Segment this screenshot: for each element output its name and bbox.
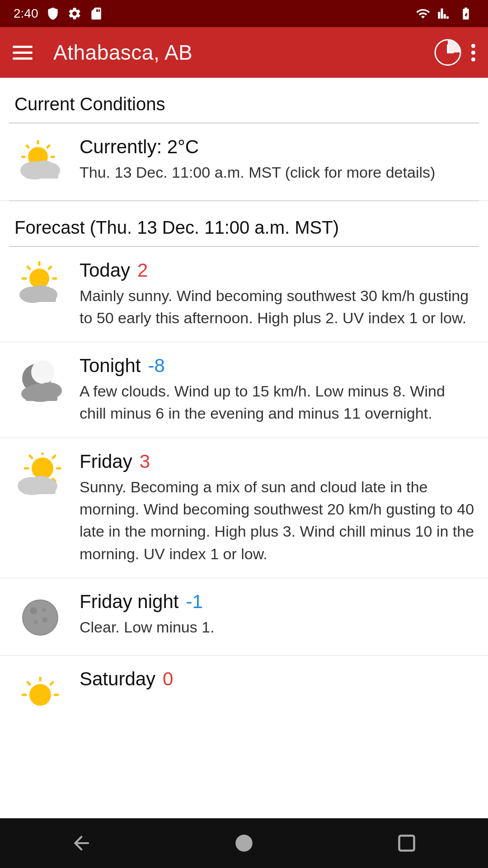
saturday-weather-icon <box>13 677 67 713</box>
current-conditions-text: Currently: 2°C Thu. 13 Dec. 11:00 a.m. M… <box>80 136 475 184</box>
friday-night-temp: -1 <box>186 591 202 613</box>
svg-line-57 <box>51 682 53 684</box>
forecast-friday-night[interactable]: Friday night -1 Clear. Low minus 1. <box>0 578 488 656</box>
sdcard-icon <box>89 6 103 21</box>
today-icon-wrap <box>11 261 70 311</box>
svg-line-38 <box>30 456 32 458</box>
status-right <box>415 6 474 21</box>
friday-text: Friday 3 Sunny. Becoming a mix of sun an… <box>80 451 475 565</box>
more-options-button[interactable] <box>471 44 475 61</box>
current-conditions-item[interactable]: Currently: 2°C Thu. 13 Dec. 11:00 a.m. M… <box>0 123 488 201</box>
svg-point-51 <box>42 608 46 612</box>
tonight-weather-icon <box>13 357 67 406</box>
wifi-icon <box>415 6 431 21</box>
friday-night-period: Friday night -1 <box>80 591 475 613</box>
bottom-navigation <box>0 818 488 868</box>
saturday-icon-wrap <box>11 670 70 720</box>
svg-rect-59 <box>399 836 414 851</box>
status-bar: 2:40 <box>0 0 488 27</box>
svg-point-52 <box>29 684 51 706</box>
forecast-header: Forecast (Thu. 13 Dec. 11:00 a.m. MST) <box>0 201 488 246</box>
app-bar: Athabasca, AB <box>0 27 488 78</box>
today-text: Today 2 Mainly sunny. Wind becoming sout… <box>80 259 475 330</box>
svg-point-47 <box>23 600 57 635</box>
clock-icon[interactable] <box>433 38 462 67</box>
friday-night-icon-wrap <box>11 593 70 642</box>
current-desc: Thu. 13 Dec. 11:00 a.m. MST (click for m… <box>80 161 475 184</box>
saturday-temp: 0 <box>163 668 173 690</box>
battery-icon <box>457 6 474 21</box>
forecast-saturday[interactable]: Saturday 0 <box>0 656 488 724</box>
settings-icon <box>67 6 82 21</box>
friday-desc: Sunny. Becoming a mix of sun and cloud l… <box>80 476 475 565</box>
saturday-period: Saturday 0 <box>80 668 475 690</box>
current-icon-wrap <box>11 138 70 188</box>
recents-button[interactable] <box>380 818 434 868</box>
svg-point-48 <box>30 607 37 614</box>
tonight-icon-wrap <box>11 357 70 406</box>
time-display: 2:40 <box>14 6 38 21</box>
forecast-friday[interactable]: Friday 3 Sunny. Becoming a mix of sun an… <box>0 438 488 578</box>
tonight-text: Tonight -8 A few clouds. Wind up to 15 k… <box>80 355 475 425</box>
friday-night-weather-icon <box>13 593 67 642</box>
svg-line-19 <box>28 267 30 269</box>
current-weather-icon <box>13 138 67 188</box>
friday-icon-wrap <box>11 453 70 502</box>
tonight-desc: A few clouds. Wind up to 15 km/h. Low mi… <box>80 380 475 425</box>
shield-icon <box>46 6 60 21</box>
hamburger-menu-button[interactable] <box>13 46 40 60</box>
svg-point-50 <box>33 620 38 624</box>
forecast-today[interactable]: Today 2 Mainly sunny. Wind becoming sout… <box>0 247 488 343</box>
svg-rect-13 <box>26 170 58 179</box>
svg-line-6 <box>27 146 28 147</box>
svg-point-33 <box>32 458 53 479</box>
svg-rect-45 <box>23 486 56 494</box>
home-button[interactable] <box>217 818 271 868</box>
friday-night-text: Friday night -1 Clear. Low minus 1. <box>80 591 475 638</box>
today-temp: 2 <box>137 259 148 281</box>
svg-line-20 <box>49 267 51 269</box>
back-button[interactable] <box>54 818 108 868</box>
svg-rect-26 <box>24 295 56 302</box>
svg-line-39 <box>53 456 55 458</box>
status-left: 2:40 <box>14 6 103 21</box>
svg-point-28 <box>31 360 55 384</box>
svg-rect-32 <box>26 393 57 401</box>
friday-weather-icon <box>13 453 67 502</box>
svg-line-56 <box>28 682 30 684</box>
forecast-tonight[interactable]: Tonight -8 A few clouds. Wind up to 15 k… <box>0 342 488 438</box>
friday-period: Friday 3 <box>80 451 475 472</box>
svg-line-7 <box>47 146 49 147</box>
saturday-text: Saturday 0 <box>80 668 475 693</box>
today-weather-icon <box>13 261 67 311</box>
signal-icon <box>437 6 451 21</box>
app-title: Athabasca, AB <box>53 40 433 65</box>
tonight-period: Tonight -8 <box>80 355 475 377</box>
today-desc: Mainly sunny. Wind becoming southwest 30… <box>80 285 475 330</box>
tonight-temp: -8 <box>148 355 164 377</box>
current-period: Currently: 2°C <box>80 136 475 158</box>
svg-point-49 <box>42 617 47 623</box>
svg-point-58 <box>235 835 253 852</box>
main-content: Current Conditions <box>0 78 488 818</box>
current-conditions-header: Current Conditions <box>0 78 488 123</box>
today-period: Today 2 <box>80 259 475 281</box>
friday-night-desc: Clear. Low minus 1. <box>80 616 475 638</box>
friday-temp: 3 <box>140 451 150 472</box>
